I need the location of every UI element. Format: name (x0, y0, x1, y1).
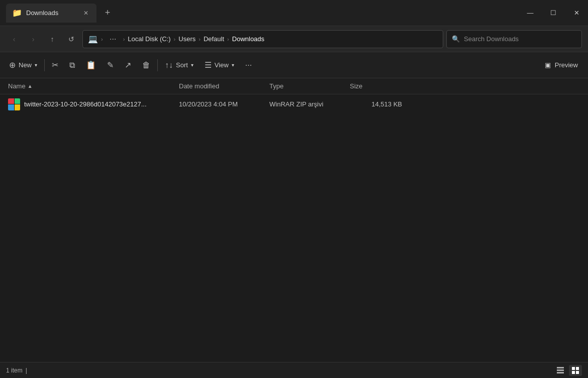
paste-icon: 📋 (86, 60, 96, 70)
column-size-header[interactable]: Size (346, 82, 406, 90)
computer-icon: 💻 (88, 34, 98, 44)
tab-folder-icon: 📁 (12, 8, 22, 18)
back-button[interactable]: ‹ (6, 31, 22, 47)
item-count: 1 item (6, 367, 23, 374)
share-button[interactable]: ↗ (120, 56, 136, 74)
breadcrumb-separator-0: › (101, 36, 103, 42)
new-button[interactable]: ⊕ New ▾ (4, 56, 42, 74)
column-type-header[interactable]: Type (265, 82, 346, 90)
icon-quadrant-4 (15, 104, 21, 110)
icon-quadrant-1 (8, 98, 14, 104)
toolbar: ⊕ New ▾ ✂ ⧉ 📋 ✎ ↗ 🗑 ↑↓ Sort ▾ ☰ View ▾ ·… (0, 52, 588, 78)
svg-rect-2 (557, 372, 564, 373)
file-size: 14,513 KB (346, 100, 406, 108)
tab-close-button[interactable]: ✕ (81, 9, 90, 18)
rename-icon: ✎ (107, 60, 114, 70)
icon-quadrant-3 (8, 104, 14, 110)
breadcrumb-more[interactable]: ··· (106, 32, 120, 46)
status-right (554, 365, 582, 376)
window-controls: — ☐ ✕ (519, 0, 588, 26)
more-options-icon: ··· (245, 61, 252, 70)
list-view-toggle[interactable] (554, 365, 567, 376)
preview-icon: ▣ (545, 61, 551, 69)
tab-area: 📁 Downloads ✕ + (6, 0, 519, 26)
column-headers: Name ▲ Date modified Type Size (0, 78, 588, 94)
sort-icon: ↑↓ (165, 61, 173, 70)
svg-rect-0 (557, 367, 564, 368)
tab-label: Downloads (26, 9, 58, 17)
breadcrumb-local-disk[interactable]: Local Disk (C:) (128, 35, 170, 43)
view-icon: ☰ (205, 60, 212, 70)
detail-view-toggle[interactable] (569, 365, 582, 376)
toolbar-separator-1 (44, 59, 45, 71)
sort-button[interactable]: ↑↓ Sort ▾ (160, 56, 199, 74)
new-label: New (19, 61, 32, 69)
file-date: 10/20/2023 4:04 PM (175, 100, 265, 108)
new-icon: ⊕ (9, 60, 16, 70)
up-button[interactable]: ↑ (44, 31, 60, 47)
file-list: twitter-2023-10-20-2986d0142073e2127... … (0, 94, 588, 362)
search-bar[interactable]: 🔍 Search Downloads (446, 30, 582, 48)
copy-icon: ⧉ (69, 61, 75, 70)
svg-rect-4 (576, 367, 579, 370)
view-chevron-icon: ▾ (232, 62, 234, 68)
delete-icon: 🗑 (142, 61, 150, 70)
search-icon: 🔍 (452, 35, 460, 43)
new-tab-button[interactable]: + (99, 4, 117, 22)
sort-label: Sort (176, 61, 188, 69)
delete-button[interactable]: 🗑 (137, 56, 155, 74)
main-content: Name ▲ Date modified Type Size twitter-2… (0, 78, 588, 362)
file-name: twitter-2023-10-20-2986d0142073e2127... (24, 100, 147, 108)
svg-rect-6 (576, 371, 579, 374)
view-button[interactable]: ☰ View ▾ (200, 56, 239, 74)
breadcrumb-bar[interactable]: 💻 › ··· › Local Disk (C:) › Users › Defa… (82, 30, 443, 48)
breadcrumb-downloads[interactable]: Downloads (232, 35, 264, 43)
minimize-button[interactable]: — (519, 0, 542, 26)
maximize-button[interactable]: ☐ (542, 0, 565, 26)
search-placeholder: Search Downloads (464, 35, 519, 43)
copy-button[interactable]: ⧉ (64, 56, 80, 74)
view-label: View (215, 61, 229, 69)
share-icon: ↗ (125, 60, 131, 70)
toolbar-separator-2 (157, 59, 158, 71)
refresh-button[interactable]: ↺ (63, 31, 79, 47)
column-date-header[interactable]: Date modified (175, 82, 265, 90)
file-type: WinRAR ZIP arşivi (265, 100, 346, 108)
cut-icon: ✂ (52, 60, 58, 70)
svg-rect-1 (557, 369, 564, 371)
sort-arrow-up-icon: ▲ (28, 83, 33, 89)
icon-quadrant-2 (15, 98, 21, 104)
paste-button[interactable]: 📋 (81, 56, 101, 74)
preview-button[interactable]: ▣ Preview (539, 56, 584, 74)
file-icon (8, 98, 20, 110)
column-name-header[interactable]: Name ▲ (4, 82, 175, 90)
rename-button[interactable]: ✎ (102, 56, 119, 74)
breadcrumb-default[interactable]: Default (204, 35, 224, 43)
winrar-zip-icon (8, 98, 20, 110)
more-options-button[interactable]: ··· (240, 56, 257, 74)
preview-label: Preview (555, 61, 578, 69)
file-icon-cell: twitter-2023-10-20-2986d0142073e2127... (4, 98, 175, 110)
cut-button[interactable]: ✂ (47, 56, 63, 74)
status-left: 1 item | (6, 367, 27, 374)
sort-chevron-icon: ▾ (191, 62, 193, 68)
breadcrumb-separator-4: › (227, 36, 229, 42)
forward-button[interactable]: › (25, 31, 41, 47)
close-button[interactable]: ✕ (565, 0, 588, 26)
status-bar: 1 item | (0, 362, 588, 378)
title-bar: 📁 Downloads ✕ + — ☐ ✕ (0, 0, 588, 26)
active-tab[interactable]: 📁 Downloads ✕ (6, 4, 96, 23)
status-separator: | (26, 367, 27, 374)
new-chevron-icon: ▾ (35, 62, 37, 68)
breadcrumb-separator-2: › (174, 36, 176, 42)
breadcrumb-separator-1: › (123, 36, 125, 42)
svg-rect-3 (572, 367, 575, 370)
address-bar: ‹ › ↑ ↺ 💻 › ··· › Local Disk (C:) › User… (0, 26, 588, 52)
breadcrumb-separator-3: › (199, 36, 201, 42)
table-row[interactable]: twitter-2023-10-20-2986d0142073e2127... … (0, 94, 588, 114)
breadcrumb-users[interactable]: Users (178, 35, 195, 43)
svg-rect-5 (572, 371, 575, 374)
